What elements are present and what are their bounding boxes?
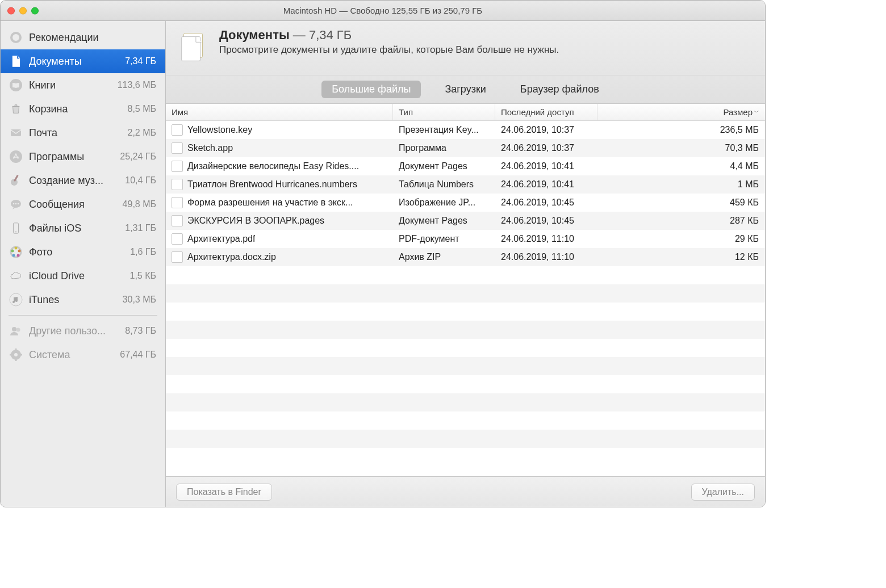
cell-size: 12 КБ [735,252,759,262]
table-row[interactable]: Sketch.appПрограмма24.06.2019, 10:3770,3… [166,139,765,157]
zoom-window-button[interactable] [31,7,39,14]
sidebar-item-size: 10,4 ГБ [125,175,156,186]
sidebar-item-label: Создание муз... [29,175,125,187]
sidebar-item-mail[interactable]: Почта 2,2 МБ [1,121,165,145]
sidebar-item-ios-files[interactable]: Файлы iOS 1,31 ГБ [1,216,165,240]
column-header-access[interactable]: Последний доступ [495,104,597,120]
sidebar-item-size: 113,6 МБ [118,80,156,90]
sidebar-item-applications[interactable]: Программы 25,24 ГБ [1,145,165,169]
mail-icon [9,125,23,140]
header-title-size: 7,34 ГБ [309,28,352,42]
file-icon [172,251,183,263]
sidebar-item-books[interactable]: Книги 113,6 МБ [1,73,165,97]
sidebar-item-label: Система [29,349,120,361]
column-header-type[interactable]: Тип [393,104,495,120]
file-icon [172,197,183,208]
sidebar-item-label: iCloud Drive [29,270,129,282]
traffic-lights [7,7,39,14]
sidebar-item-music-creation[interactable]: Создание муз... 10,4 ГБ [1,169,165,192]
table-row[interactable]: Триатлон Brentwood Hurricanes.numbersТаб… [166,175,765,194]
cell-access: 24.06.2019, 10:45 [501,198,574,208]
cell-type: Изображение JP... [399,198,475,208]
storage-management-window: Macintosh HD — Свободно 125,55 ГБ из 250… [0,0,766,507]
cell-type: Документ Pages [399,161,467,171]
file-table: Имя Тип Последний доступ Размер﹀ Yellows… [166,104,765,476]
svg-point-23 [14,353,18,356]
sidebar-item-size: 8,73 ГБ [125,326,156,336]
sidebar-item-size: 1,6 ГБ [130,247,156,257]
svg-point-15 [18,250,21,253]
titlebar: Macintosh HD — Свободно 125,55 ГБ из 250… [1,1,765,21]
content-header: Документы — 7,34 ГБ Просмотрите документ… [166,21,765,75]
show-in-finder-button[interactable]: Показать в Finder [176,484,272,501]
sidebar-item-icloud[interactable]: iCloud Drive 1,5 КБ [1,264,165,288]
sidebar-item-label: iTunes [29,294,123,306]
tab-file-browser[interactable]: Браузер файлов [510,81,609,98]
lightbulb-icon [9,30,23,45]
table-row-empty [166,303,765,321]
tab-large-files[interactable]: Большие файлы [321,81,421,98]
sidebar-item-label: Книги [29,79,118,91]
sidebar-item-photos[interactable]: Фото 1,6 ГБ [1,240,165,264]
svg-point-18 [11,250,14,253]
gear-icon [9,347,23,362]
cell-access: 24.06.2019, 10:45 [501,216,574,226]
cell-size: 70,3 МБ [725,143,759,153]
main-panel: Документы — 7,34 ГБ Просмотрите документ… [166,21,765,507]
svg-point-1 [12,34,19,41]
sidebar-item-itunes[interactable]: iTunes 30,3 МБ [1,288,165,312]
sidebar: Рекомендации Документы 7,34 ГБ Книги 113… [1,21,166,507]
cell-size: 287 КБ [730,216,759,226]
svg-point-20 [12,327,16,331]
svg-point-8 [13,203,15,205]
sidebar-item-messages[interactable]: Сообщения 49,8 МБ [1,192,165,216]
cell-size: 236,5 МБ [720,125,759,135]
sidebar-item-label: Сообщения [29,199,123,211]
table-row[interactable]: ЭКСКУРСИЯ В ЗООПАРК.pagesДокумент Pages2… [166,212,765,230]
table-row[interactable]: Архитектура.pdfPDF-документ24.06.2019, 1… [166,230,765,248]
header-title: Документы — 7,34 ГБ [219,28,559,43]
table-body[interactable]: Yellowstone.keyПрезентация Key...24.06.2… [166,121,765,476]
svg-rect-3 [11,129,21,136]
delete-button[interactable]: Удалить... [691,484,755,501]
file-icon [172,161,183,172]
cell-size: 4,4 МБ [730,161,759,171]
table-row[interactable]: Форма разрешения на участие в экск...Изо… [166,194,765,212]
cell-access: 24.06.2019, 11:10 [501,234,574,244]
file-icon [172,179,183,190]
window-body: Рекомендации Документы 7,34 ГБ Книги 113… [1,21,765,507]
table-row-empty [166,339,765,357]
table-row-empty [166,375,765,393]
sidebar-item-size: 2,2 МБ [127,128,156,138]
sidebar-item-other-users: Другие пользо... 8,73 ГБ [1,319,165,343]
cell-size: 459 КБ [730,198,759,208]
table-row-empty [166,393,765,411]
svg-point-21 [16,328,20,332]
sidebar-item-documents[interactable]: Документы 7,34 ГБ [1,49,165,73]
sidebar-item-size: 7,34 ГБ [125,56,156,66]
table-row[interactable]: Дизайнерские велосипеды Easy Rides....До… [166,157,765,175]
table-row[interactable]: Yellowstone.keyПрезентация Key...24.06.2… [166,121,765,139]
table-row-empty [166,430,765,448]
header-title-sep: — [290,28,309,42]
sidebar-item-label: Другие пользо... [29,325,125,337]
guitar-icon [9,173,23,188]
sidebar-item-recommendations[interactable]: Рекомендации [1,26,165,49]
cell-access: 24.06.2019, 11:10 [501,252,574,262]
minimize-window-button[interactable] [19,7,27,14]
table-row[interactable]: Архитектура.docx.zipАрхив ZIP24.06.2019,… [166,248,765,266]
table-header: Имя Тип Последний доступ Размер﹀ [166,104,765,121]
cell-type: PDF-документ [399,234,459,244]
tab-downloads[interactable]: Загрузки [434,81,496,98]
sidebar-item-trash[interactable]: Корзина 8,5 МБ [1,97,165,121]
close-window-button[interactable] [7,7,15,14]
table-row-empty [166,284,765,303]
app-store-icon [9,149,23,164]
tabs: Большие файлы Загрузки Браузер файлов [166,75,765,104]
file-icon [172,233,183,245]
table-row-empty [166,411,765,430]
column-header-size[interactable]: Размер﹀ [597,104,765,120]
cell-access: 24.06.2019, 10:41 [501,161,574,171]
table-row-empty [166,266,765,284]
column-header-name[interactable]: Имя [166,104,393,120]
